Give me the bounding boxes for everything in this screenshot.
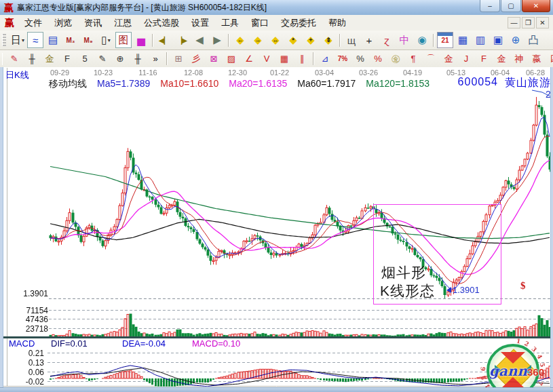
pink-tool-button[interactable]: 中 xyxy=(396,32,413,48)
date-axis-label: 10-23 xyxy=(94,68,113,77)
toolbar-grip[interactable] xyxy=(2,34,6,46)
diamond-zoom-vertical-button[interactable]: ◆⇕ xyxy=(320,32,337,48)
f-line-icon: F xyxy=(64,54,70,64)
gold-section-button[interactable]: ㊎ xyxy=(387,52,404,66)
hand-tool-button[interactable]: щ xyxy=(343,32,360,48)
shen-angle-button[interactable]: 神 xyxy=(511,52,527,66)
fine-grid-button[interactable]: ▦ xyxy=(276,52,292,66)
overview-chart-button[interactable]: ≈ xyxy=(27,32,43,48)
j-angle-icon: J xyxy=(464,54,469,64)
measure-button[interactable]: ⊿ xyxy=(317,52,333,66)
percent-7-button[interactable]: 7% xyxy=(335,52,351,66)
arc-button[interactable]: ⌒ xyxy=(423,52,439,66)
save-button[interactable]: ▣ xyxy=(490,32,506,48)
report-button[interactable]: ▥ xyxy=(472,32,489,48)
menu-item-7[interactable]: 窗口 xyxy=(245,16,275,31)
save-icon: ▣ xyxy=(493,34,503,46)
five-line-icon: 5 xyxy=(82,54,87,64)
watermark-digit: 3 xyxy=(530,345,538,353)
diamond-scroll-left-button[interactable]: ◆← xyxy=(232,32,248,48)
gann-box-button[interactable]: ⊠ xyxy=(206,52,222,66)
cycle-tool-button[interactable]: ◉ xyxy=(414,32,430,48)
fan-rays-button[interactable]: 彡 xyxy=(188,52,204,66)
maximize-button[interactable]: ▢ xyxy=(501,0,521,12)
circle-line-button[interactable]: ⊕ xyxy=(112,52,128,66)
volume-axis-label: 47436 xyxy=(11,315,48,324)
draw-pen-button[interactable]: ✎ xyxy=(6,52,22,66)
ruler-line-button[interactable]: ╫ xyxy=(130,52,146,66)
pattern-annotation-box[interactable]: 烟斗形 K线形态 xyxy=(373,204,501,305)
calendar-button[interactable]: 21 xyxy=(437,32,453,48)
more-tools-button[interactable]: » xyxy=(147,52,164,66)
menu-item-6[interactable]: 工具 xyxy=(215,16,245,31)
si-angle-button[interactable]: 四 xyxy=(546,52,553,66)
info-board-button[interactable]: ▤ xyxy=(45,32,61,48)
zigzag-button[interactable]: V xyxy=(259,52,275,66)
percent-button[interactable]: % xyxy=(352,52,368,66)
first-page-icon: ◀▏ xyxy=(159,37,169,44)
parallel-lines-button[interactable]: ∥ xyxy=(294,52,310,66)
minimize-button[interactable]: – xyxy=(480,0,500,12)
diamond-scroll-right-button[interactable]: ◆→ xyxy=(250,32,266,48)
low-price-tag: 1.3901 xyxy=(446,285,480,295)
menu-item-8[interactable]: 交易委托 xyxy=(275,16,322,31)
prev-page-button[interactable]: ◀ xyxy=(191,32,208,48)
j-angle-button[interactable]: J xyxy=(458,52,474,66)
gann-box-icon: ⊠ xyxy=(210,54,218,64)
close-button[interactable]: ✕ xyxy=(522,0,550,12)
diamond-compress-button[interactable]: ◆* xyxy=(285,32,301,48)
doc-minimize-button[interactable]: — xyxy=(508,17,520,28)
menu-item-5[interactable]: 设置 xyxy=(185,16,215,31)
menu-item-1[interactable]: 浏览 xyxy=(48,16,78,31)
bars-9-button[interactable]: M₉ xyxy=(80,32,96,48)
period-day-button[interactable]: 日▾ xyxy=(9,32,26,48)
five-line-button[interactable]: 5 xyxy=(77,52,93,66)
f-angle-button[interactable]: F xyxy=(476,52,492,66)
info-board-icon: ▤ xyxy=(48,34,58,46)
shade-box-button[interactable]: ▨ xyxy=(223,52,240,66)
percent-line-button[interactable]: % xyxy=(370,52,386,66)
print-button[interactable]: 凸 xyxy=(525,32,541,48)
title-bar[interactable]: 赢 赢家江恩专业版[赢家内部服务平台] - [黄山旅游 SH600054-182… xyxy=(0,0,553,16)
candle-style-icon: ▯ xyxy=(101,34,107,46)
doc-close-button[interactable]: ✕ xyxy=(536,17,549,28)
toolbar-main: 日▾≈▤M₃M₉▯▾图▅◀▏▕▶◀▶◆←◆→◆↔◆*◆+◆⇕щ+ɀ中◉21▦▥▣… xyxy=(0,31,553,50)
gold-angle-button[interactable]: 金 xyxy=(440,52,457,66)
toolbar-grip-2[interactable] xyxy=(2,53,3,65)
next-page-button[interactable]: ▶ xyxy=(209,32,225,48)
jin-angle-button[interactable]: 金 xyxy=(493,52,510,66)
ma-legend: 移动均线Ma5=1.7389Ma10=1.6610Ma20=1.6135Ma60… xyxy=(49,78,430,90)
candle-style-button[interactable]: ▯▾ xyxy=(98,32,114,48)
diamond-expand-button[interactable]: ◆+ xyxy=(303,32,319,48)
menu-item-0[interactable]: 文件 xyxy=(18,16,48,31)
gann-line-button[interactable]: ╫ xyxy=(24,52,40,66)
bars-3-button[interactable]: M₃ xyxy=(62,32,79,48)
measure-icon: ⊿ xyxy=(322,54,329,64)
price-pen-button[interactable]: ¶ xyxy=(405,52,421,66)
f-line-button[interactable]: F xyxy=(59,52,75,66)
menu-item-2[interactable]: 资讯 xyxy=(78,16,108,31)
crosshair-tool-button[interactable]: + xyxy=(361,32,377,48)
calculator-button[interactable]: ▦ xyxy=(455,32,471,48)
angle-line-button[interactable]: ∠ xyxy=(241,52,257,66)
menu-item-3[interactable]: 江恩 xyxy=(108,16,138,31)
gold-line-button[interactable]: 金 xyxy=(41,52,58,66)
indicator-window-button[interactable]: 图 xyxy=(115,32,132,48)
first-page-button[interactable]: ◀▏ xyxy=(156,32,172,48)
box-grid-button[interactable]: ⊞ xyxy=(170,52,187,66)
mark-tool-button[interactable]: ɀ xyxy=(379,32,395,48)
watermark-digit: 5 xyxy=(480,375,488,381)
toolbar-separator xyxy=(339,34,341,47)
network-button[interactable]: ⊕ xyxy=(508,32,524,48)
pen-line-button[interactable]: ✎ xyxy=(94,52,111,66)
color-histogram-button[interactable]: ▅ xyxy=(133,32,149,48)
menu-item-9[interactable]: 帮助 xyxy=(322,16,352,31)
pink-tool-icon: 中 xyxy=(400,34,410,47)
ying-angle-button[interactable]: 嬴 xyxy=(529,52,545,66)
diamond-zoom-horizontal-button[interactable]: ◆↔ xyxy=(267,32,284,48)
ma-legend-item-4: Ma120=1.8153 xyxy=(366,78,430,90)
dropdown-arrow-icon: ▾ xyxy=(22,37,24,43)
doc-restore-button[interactable]: ❐ xyxy=(522,17,535,28)
last-page-button[interactable]: ▕▶ xyxy=(174,32,190,48)
menu-item-4[interactable]: 公式选股 xyxy=(138,16,185,31)
